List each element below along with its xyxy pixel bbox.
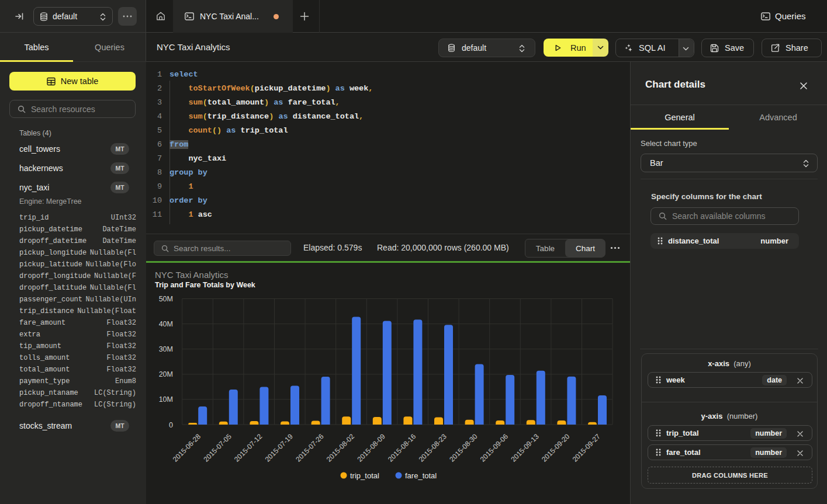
svg-text:2015-08-02: 2015-08-02 [325, 432, 357, 464]
svg-text:2015-07-12: 2015-07-12 [233, 432, 264, 464]
svg-text:2015-08-09: 2015-08-09 [355, 432, 387, 464]
svg-text:2015-07-26: 2015-07-26 [294, 432, 326, 464]
svg-text:2015-09-20: 2015-09-20 [540, 432, 572, 464]
svg-text:0: 0 [169, 421, 173, 429]
svg-text:40M: 40M [159, 320, 173, 328]
svg-text:20M: 20M [159, 370, 173, 378]
svg-text:2015-09-27: 2015-09-27 [571, 432, 603, 464]
svg-text:fare_total: fare_total [405, 471, 437, 480]
svg-text:2015-09-06: 2015-09-06 [479, 432, 510, 464]
svg-text:50M: 50M [159, 295, 173, 303]
svg-text:2015-07-19: 2015-07-19 [264, 432, 295, 464]
svg-text:30M: 30M [159, 345, 173, 353]
svg-text:10M: 10M [159, 395, 173, 404]
svg-text:2015-08-23: 2015-08-23 [417, 432, 449, 464]
svg-text:2015-08-16: 2015-08-16 [386, 432, 418, 464]
svg-text:trip_total: trip_total [350, 471, 379, 480]
svg-text:2015-09-13: 2015-09-13 [509, 432, 541, 464]
svg-text:2015-06-28: 2015-06-28 [171, 432, 203, 464]
svg-text:2015-08-30: 2015-08-30 [448, 432, 479, 464]
svg-text:2015-07-05: 2015-07-05 [202, 432, 233, 464]
